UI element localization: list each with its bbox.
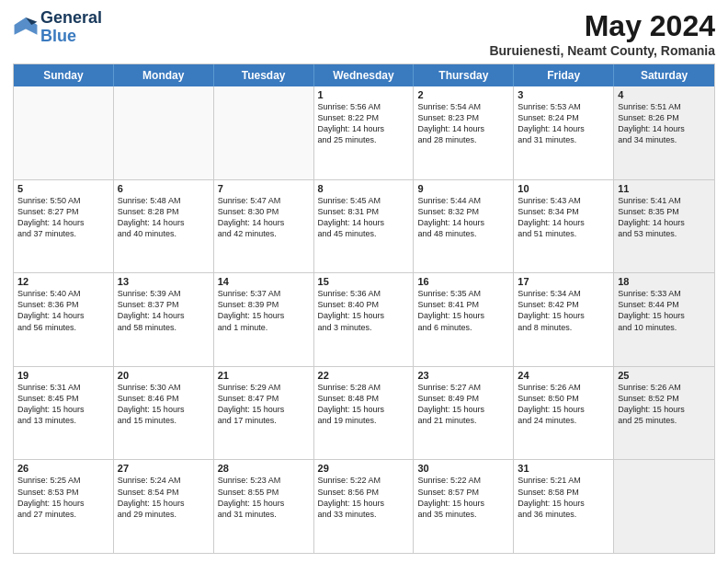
calendar-cell-4-5: 31Sunrise: 5:21 AM Sunset: 8:58 PM Dayli… bbox=[514, 460, 614, 553]
page: General Blue May 2024 Buruienesti, Neamt… bbox=[0, 0, 728, 563]
weekday-header-wednesday: Wednesday bbox=[314, 64, 415, 86]
calendar-cell-4-6 bbox=[614, 460, 714, 553]
calendar-cell-3-5: 24Sunrise: 5:26 AM Sunset: 8:50 PM Dayli… bbox=[514, 367, 614, 460]
calendar-row-4: 26Sunrise: 5:25 AM Sunset: 8:53 PM Dayli… bbox=[14, 460, 714, 553]
calendar-cell-1-4: 9Sunrise: 5:44 AM Sunset: 8:32 PM Daylig… bbox=[414, 180, 514, 273]
calendar-row-3: 19Sunrise: 5:31 AM Sunset: 8:45 PM Dayli… bbox=[14, 367, 714, 461]
calendar-cell-1-0: 5Sunrise: 5:50 AM Sunset: 8:27 PM Daylig… bbox=[14, 180, 114, 273]
day-number: 28 bbox=[218, 463, 310, 474]
cell-daylight-info: Sunrise: 5:54 AM Sunset: 8:23 PM Dayligh… bbox=[417, 101, 509, 146]
cell-daylight-info: Sunrise: 5:37 AM Sunset: 8:39 PM Dayligh… bbox=[218, 288, 310, 333]
calendar-header: SundayMondayTuesdayWednesdayThursdayFrid… bbox=[14, 64, 714, 86]
calendar-row-2: 12Sunrise: 5:40 AM Sunset: 8:36 PM Dayli… bbox=[14, 273, 714, 367]
day-number: 30 bbox=[417, 463, 509, 474]
calendar-cell-2-1: 13Sunrise: 5:39 AM Sunset: 8:37 PM Dayli… bbox=[114, 273, 214, 366]
calendar-cell-1-5: 10Sunrise: 5:43 AM Sunset: 8:34 PM Dayli… bbox=[514, 180, 614, 273]
day-number: 16 bbox=[417, 276, 509, 287]
day-number: 23 bbox=[417, 370, 509, 381]
calendar: SundayMondayTuesdayWednesdayThursdayFrid… bbox=[13, 63, 715, 554]
calendar-cell-2-3: 15Sunrise: 5:36 AM Sunset: 8:40 PM Dayli… bbox=[314, 273, 415, 366]
logo-icon bbox=[13, 15, 39, 40]
day-number: 6 bbox=[118, 183, 210, 194]
weekday-header-tuesday: Tuesday bbox=[214, 64, 314, 86]
calendar-cell-1-6: 11Sunrise: 5:41 AM Sunset: 8:35 PM Dayli… bbox=[614, 180, 714, 273]
cell-daylight-info: Sunrise: 5:21 AM Sunset: 8:58 PM Dayligh… bbox=[518, 475, 609, 520]
day-number: 8 bbox=[318, 183, 410, 194]
calendar-cell-0-3: 1Sunrise: 5:56 AM Sunset: 8:22 PM Daylig… bbox=[314, 86, 415, 179]
calendar-cell-2-6: 18Sunrise: 5:33 AM Sunset: 8:44 PM Dayli… bbox=[614, 273, 714, 366]
title-block: May 2024 Buruienesti, Neamt County, Roma… bbox=[489, 9, 715, 58]
day-number: 15 bbox=[318, 276, 410, 287]
calendar-body: 1Sunrise: 5:56 AM Sunset: 8:22 PM Daylig… bbox=[14, 86, 714, 553]
day-number: 17 bbox=[518, 276, 609, 287]
day-number: 18 bbox=[618, 276, 711, 287]
cell-daylight-info: Sunrise: 5:31 AM Sunset: 8:45 PM Dayligh… bbox=[17, 382, 109, 427]
day-number: 20 bbox=[118, 370, 210, 381]
day-number: 24 bbox=[518, 370, 609, 381]
calendar-cell-3-1: 20Sunrise: 5:30 AM Sunset: 8:46 PM Dayli… bbox=[114, 367, 214, 460]
calendar-cell-0-1 bbox=[114, 86, 214, 179]
weekday-header-monday: Monday bbox=[114, 64, 214, 86]
cell-daylight-info: Sunrise: 5:22 AM Sunset: 8:56 PM Dayligh… bbox=[318, 475, 410, 520]
cell-daylight-info: Sunrise: 5:48 AM Sunset: 8:28 PM Dayligh… bbox=[118, 195, 210, 240]
calendar-cell-2-2: 14Sunrise: 5:37 AM Sunset: 8:39 PM Dayli… bbox=[214, 273, 314, 366]
main-title: May 2024 bbox=[489, 9, 715, 43]
cell-daylight-info: Sunrise: 5:28 AM Sunset: 8:48 PM Dayligh… bbox=[318, 382, 410, 427]
cell-daylight-info: Sunrise: 5:35 AM Sunset: 8:41 PM Dayligh… bbox=[417, 288, 509, 333]
header: General Blue May 2024 Buruienesti, Neamt… bbox=[13, 9, 715, 58]
cell-daylight-info: Sunrise: 5:24 AM Sunset: 8:54 PM Dayligh… bbox=[118, 475, 210, 520]
weekday-header-friday: Friday bbox=[514, 64, 614, 86]
calendar-cell-2-0: 12Sunrise: 5:40 AM Sunset: 8:36 PM Dayli… bbox=[14, 273, 114, 366]
cell-daylight-info: Sunrise: 5:23 AM Sunset: 8:55 PM Dayligh… bbox=[218, 475, 310, 520]
cell-daylight-info: Sunrise: 5:44 AM Sunset: 8:32 PM Dayligh… bbox=[417, 195, 509, 240]
cell-daylight-info: Sunrise: 5:33 AM Sunset: 8:44 PM Dayligh… bbox=[618, 288, 711, 333]
cell-daylight-info: Sunrise: 5:22 AM Sunset: 8:57 PM Dayligh… bbox=[417, 475, 509, 520]
calendar-cell-1-1: 6Sunrise: 5:48 AM Sunset: 8:28 PM Daylig… bbox=[114, 180, 214, 273]
day-number: 31 bbox=[518, 463, 609, 474]
weekday-header-sunday: Sunday bbox=[14, 64, 114, 86]
day-number: 5 bbox=[17, 183, 109, 194]
cell-daylight-info: Sunrise: 5:27 AM Sunset: 8:49 PM Dayligh… bbox=[417, 382, 509, 427]
calendar-cell-4-1: 27Sunrise: 5:24 AM Sunset: 8:54 PM Dayli… bbox=[114, 460, 214, 553]
day-number: 10 bbox=[518, 183, 609, 194]
cell-daylight-info: Sunrise: 5:25 AM Sunset: 8:53 PM Dayligh… bbox=[17, 475, 109, 520]
calendar-cell-4-4: 30Sunrise: 5:22 AM Sunset: 8:57 PM Dayli… bbox=[414, 460, 514, 553]
day-number: 21 bbox=[218, 370, 310, 381]
calendar-cell-2-4: 16Sunrise: 5:35 AM Sunset: 8:41 PM Dayli… bbox=[414, 273, 514, 366]
cell-daylight-info: Sunrise: 5:50 AM Sunset: 8:27 PM Dayligh… bbox=[17, 195, 109, 240]
cell-daylight-info: Sunrise: 5:47 AM Sunset: 8:30 PM Dayligh… bbox=[218, 195, 310, 240]
day-number: 2 bbox=[417, 89, 509, 100]
weekday-header-saturday: Saturday bbox=[614, 64, 714, 86]
cell-daylight-info: Sunrise: 5:51 AM Sunset: 8:26 PM Dayligh… bbox=[618, 101, 711, 146]
cell-daylight-info: Sunrise: 5:30 AM Sunset: 8:46 PM Dayligh… bbox=[118, 382, 210, 427]
cell-daylight-info: Sunrise: 5:56 AM Sunset: 8:22 PM Dayligh… bbox=[318, 101, 410, 146]
cell-daylight-info: Sunrise: 5:53 AM Sunset: 8:24 PM Dayligh… bbox=[518, 101, 609, 146]
day-number: 26 bbox=[17, 463, 109, 474]
cell-daylight-info: Sunrise: 5:26 AM Sunset: 8:50 PM Dayligh… bbox=[518, 382, 609, 427]
calendar-row-1: 5Sunrise: 5:50 AM Sunset: 8:27 PM Daylig… bbox=[14, 180, 714, 274]
day-number: 7 bbox=[218, 183, 310, 194]
day-number: 25 bbox=[618, 370, 711, 381]
logo: General Blue bbox=[13, 9, 102, 46]
calendar-cell-4-3: 29Sunrise: 5:22 AM Sunset: 8:56 PM Dayli… bbox=[314, 460, 415, 553]
weekday-header-thursday: Thursday bbox=[414, 64, 514, 86]
calendar-cell-2-5: 17Sunrise: 5:34 AM Sunset: 8:42 PM Dayli… bbox=[514, 273, 614, 366]
cell-daylight-info: Sunrise: 5:39 AM Sunset: 8:37 PM Dayligh… bbox=[118, 288, 210, 333]
cell-daylight-info: Sunrise: 5:34 AM Sunset: 8:42 PM Dayligh… bbox=[518, 288, 609, 333]
day-number: 27 bbox=[118, 463, 210, 474]
cell-daylight-info: Sunrise: 5:29 AM Sunset: 8:47 PM Dayligh… bbox=[218, 382, 310, 427]
day-number: 14 bbox=[218, 276, 310, 287]
logo-line2: Blue bbox=[40, 28, 102, 46]
calendar-cell-4-2: 28Sunrise: 5:23 AM Sunset: 8:55 PM Dayli… bbox=[214, 460, 314, 553]
logo-line1: General bbox=[40, 9, 102, 28]
cell-daylight-info: Sunrise: 5:43 AM Sunset: 8:34 PM Dayligh… bbox=[518, 195, 609, 240]
cell-daylight-info: Sunrise: 5:45 AM Sunset: 8:31 PM Dayligh… bbox=[318, 195, 410, 240]
calendar-cell-3-3: 22Sunrise: 5:28 AM Sunset: 8:48 PM Dayli… bbox=[314, 367, 415, 460]
subtitle: Buruienesti, Neamt County, Romania bbox=[489, 43, 715, 58]
day-number: 19 bbox=[17, 370, 109, 381]
calendar-cell-3-2: 21Sunrise: 5:29 AM Sunset: 8:47 PM Dayli… bbox=[214, 367, 314, 460]
cell-daylight-info: Sunrise: 5:40 AM Sunset: 8:36 PM Dayligh… bbox=[17, 288, 109, 333]
calendar-cell-1-2: 7Sunrise: 5:47 AM Sunset: 8:30 PM Daylig… bbox=[214, 180, 314, 273]
calendar-cell-3-0: 19Sunrise: 5:31 AM Sunset: 8:45 PM Dayli… bbox=[14, 367, 114, 460]
day-number: 1 bbox=[318, 89, 410, 100]
